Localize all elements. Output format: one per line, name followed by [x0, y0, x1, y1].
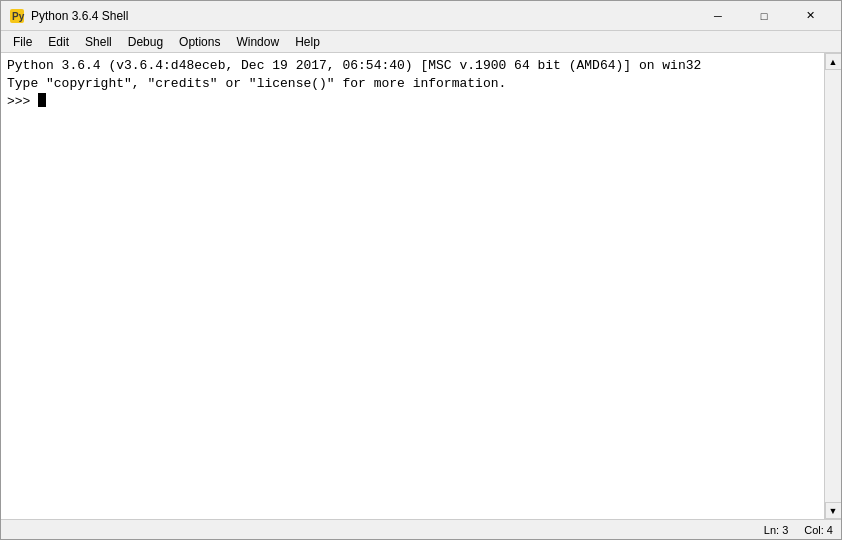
menu-options[interactable]: Options	[171, 31, 228, 53]
scroll-down-button[interactable]: ▼	[825, 502, 842, 519]
scroll-up-button[interactable]: ▲	[825, 53, 842, 70]
close-button[interactable]: ✕	[787, 1, 833, 31]
menu-help[interactable]: Help	[287, 31, 328, 53]
shell-output[interactable]: Python 3.6.4 (v3.6.4:d48eceb, Dec 19 201…	[1, 53, 824, 519]
window-controls: ─ □ ✕	[695, 1, 833, 31]
python-idle-window: Py Python 3.6.4 Shell ─ □ ✕ File Edit Sh…	[0, 0, 842, 540]
shell-prompt: >>>	[7, 93, 38, 111]
maximize-button[interactable]: □	[741, 1, 787, 31]
window-title: Python 3.6.4 Shell	[31, 9, 695, 23]
shell-line-1: Python 3.6.4 (v3.6.4:d48eceb, Dec 19 201…	[7, 57, 818, 75]
title-bar: Py Python 3.6.4 Shell ─ □ ✕	[1, 1, 841, 31]
menu-shell[interactable]: Shell	[77, 31, 120, 53]
app-icon: Py	[9, 8, 25, 24]
menu-file[interactable]: File	[5, 31, 40, 53]
menu-edit[interactable]: Edit	[40, 31, 77, 53]
minimize-button[interactable]: ─	[695, 1, 741, 31]
svg-text:Py: Py	[12, 11, 25, 22]
shell-prompt-line: >>>	[7, 93, 818, 111]
shell-line-2: Type "copyright", "credits" or "license(…	[7, 75, 818, 93]
menu-bar: File Edit Shell Debug Options Window Hel…	[1, 31, 841, 53]
text-cursor	[38, 93, 46, 107]
line-indicator: Ln: 3	[764, 524, 788, 536]
col-indicator: Col: 4	[804, 524, 833, 536]
menu-window[interactable]: Window	[228, 31, 287, 53]
status-bar: Ln: 3 Col: 4	[1, 519, 841, 539]
menu-debug[interactable]: Debug	[120, 31, 171, 53]
scroll-track[interactable]	[825, 70, 842, 502]
vertical-scrollbar[interactable]: ▲ ▼	[824, 53, 841, 519]
shell-content-area: Python 3.6.4 (v3.6.4:d48eceb, Dec 19 201…	[1, 53, 841, 519]
